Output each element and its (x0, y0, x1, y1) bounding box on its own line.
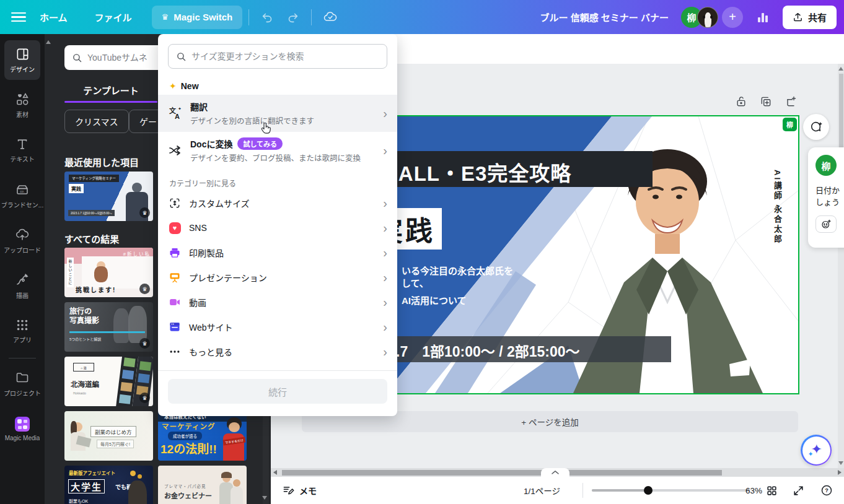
sidebar-item-elements[interactable]: 素材 (0, 84, 45, 126)
tab-templates[interactable]: テンプレート (64, 77, 157, 102)
canvas-body-text[interactable]: いる今注目の永合太郎氏を して、 AI活用について (402, 265, 513, 307)
chevron-right-icon: › (383, 271, 387, 284)
pro-crown-badge: ♛ (139, 284, 150, 294)
analytics-icon[interactable] (750, 6, 775, 29)
canvas-title-text[interactable]: DALL・E3完全攻略 (383, 157, 571, 187)
scroll-right-arrow[interactable] (838, 470, 842, 475)
add-reaction-button[interactable] (815, 215, 837, 233)
magic-switch-button[interactable]: ♛ Magic Switch (152, 6, 243, 29)
zoom-level[interactable]: 63% (725, 477, 762, 504)
chevron-right-icon: › (383, 345, 387, 358)
lock-icon[interactable] (734, 94, 749, 109)
divider (311, 9, 312, 25)
scroll-left-arrow[interactable] (273, 470, 277, 475)
upload-cloud-icon (15, 227, 30, 242)
add-page-icon[interactable] (783, 94, 798, 109)
chevron-right-icon: › (383, 321, 387, 333)
magic-assistant-button[interactable]: ✦ ✦ (801, 435, 832, 466)
template-thumb[interactable]: 本当は教えたくない マーケティング 成功者が語る 12の法則!! マネするだけ (158, 411, 247, 461)
category-website[interactable]: Webサイト › (168, 315, 387, 339)
add-member-button[interactable]: + (722, 7, 743, 28)
design-icon (15, 47, 30, 61)
sparkle-icon: ✦ (808, 450, 814, 458)
sidebar-item-brand[interactable]: co. ブランドセン... (0, 175, 45, 217)
canva-editor: { "topbar": { "home": "ホーム", "file": "ファ… (0, 0, 844, 504)
avatar-dog[interactable] (697, 7, 718, 28)
page-indicator[interactable]: 1/1ページ (524, 477, 560, 504)
search-icon (176, 51, 187, 62)
top-bar-right: ブルー 信頼感 セミナー バナー 柳 + 共有 (540, 0, 837, 34)
sidebar-item-apps[interactable]: アプリ (0, 310, 45, 352)
add-comment-button[interactable] (803, 114, 829, 140)
category-more[interactable]: もっと見る › (168, 339, 387, 364)
share-button[interactable]: 共有 (783, 6, 837, 29)
new-section-label: ✦ New (169, 81, 387, 91)
menu-icon[interactable] (11, 12, 26, 22)
sidebar-item-draw[interactable]: 描画 (0, 265, 45, 307)
zoom-slider-knob[interactable] (644, 486, 653, 495)
divider (248, 9, 249, 25)
printer-icon (169, 246, 181, 259)
folder-icon (15, 370, 30, 385)
menu-item-translate[interactable]: 文A✦ 翻訳 デザインを別の言語に翻訳できます › (158, 95, 397, 132)
magic-media-icon (15, 417, 30, 432)
try-it-badge: 試してみる (237, 137, 283, 150)
fullscreen-icon[interactable] (789, 477, 807, 504)
scroll-down-arrow[interactable] (838, 461, 843, 465)
sidebar-item-uploads[interactable]: アップロード (0, 220, 45, 262)
collapse-bottom-bar-tab[interactable] (541, 468, 569, 477)
resize-search-input[interactable] (191, 51, 379, 61)
recent-template-thumb[interactable]: マーケティング戦略セミナー 実践 2023.1.7 1部10:00〜/2部15:… (64, 172, 153, 221)
chevron-right-icon: › (383, 144, 387, 157)
sparkle-icon: ✦ (169, 81, 177, 91)
sidebar-item-magic-media[interactable]: Magic Media (0, 408, 45, 450)
sidebar-divider (9, 358, 36, 358)
redo-icon[interactable] (280, 6, 305, 29)
category-custom-size[interactable]: カスタムサイズ › (168, 191, 387, 215)
grid-view-icon[interactable] (762, 477, 781, 504)
template-thumb[interactable]: 副業のはじめ方 毎月5万円稼ぐ! (64, 411, 153, 461)
sidebar-item-projects[interactable]: プロジェクト (0, 363, 45, 405)
sidebar-item-design[interactable]: デザイン (0, 39, 45, 81)
comment-thread-card[interactable]: 柳 日付か しょう (808, 147, 844, 248)
chevron-right-icon: › (383, 246, 387, 259)
template-thumb[interactable]: 最新版アフェリエイト 大学生 でも稼ぐ 副業もOK 10 (64, 466, 153, 504)
shapes-icon (15, 92, 30, 106)
bottom-bar: メモ 1/1ページ 63% ? (271, 477, 844, 504)
scroll-up-arrow[interactable] (838, 67, 843, 71)
recent-heading: 最近使用した項目 (64, 155, 139, 168)
sidebar-item-text[interactable]: テキスト (0, 129, 45, 172)
translate-icon: 文A✦ (168, 106, 183, 121)
canvas-instructor-text[interactable]: AI講師 永合太郎 (771, 170, 783, 245)
nav-home[interactable]: ホーム (26, 11, 81, 24)
pro-crown-badge: ♛ (139, 393, 150, 403)
menu-item-convert-to-doc[interactable]: Docに変換試してみる デザインを要約、ブログ投稿、または歌詞に変換 › (158, 132, 397, 169)
category-presentation[interactable]: プレゼンテーション › (168, 265, 387, 290)
divider (582, 483, 583, 498)
undo-icon[interactable] (255, 6, 280, 29)
template-thumb[interactable]: プレママ・パパ必見 お金ウェビナー (158, 466, 247, 504)
nav-file[interactable]: ファイル (81, 11, 146, 24)
template-thumb[interactable]: 旅行の 写真撮影 5つのヒントと解説 ♛ (64, 302, 153, 352)
notes-button[interactable]: メモ (282, 477, 317, 504)
panel-scroll-down-arrow[interactable] (262, 496, 267, 500)
upload-icon (793, 12, 803, 22)
emoji-plus-icon (820, 219, 832, 230)
category-sns[interactable]: ♥ SNS › (168, 215, 387, 240)
magic-switch-dropdown: ✦ New 文A✦ 翻訳 デザインを別の言語に翻訳できます › Docに変換試し… (158, 34, 397, 416)
canvas-schedule-text[interactable]: .7 1部10:00〜 / 2部15:00〜 (396, 340, 580, 361)
template-thumb[interactable]: #新しい私 新しいことに 挑戦します! ♛ (64, 248, 153, 297)
duplicate-page-icon[interactable] (758, 94, 773, 109)
cursor-pointer (258, 121, 273, 138)
help-icon[interactable]: ? (817, 477, 836, 504)
scrollbar-thumb[interactable] (282, 470, 722, 476)
document-title[interactable]: ブルー 信頼感 セミナー バナー (540, 11, 669, 24)
chip-christmas[interactable]: クリスマス (64, 110, 129, 133)
resize-search-box[interactable] (168, 44, 387, 69)
category-print[interactable]: 印刷製品 › (168, 240, 387, 265)
sidebar-scroll-up-arrow[interactable] (46, 40, 51, 44)
vertical-scrollbar[interactable] (838, 64, 844, 468)
template-thumb[interactable]: ⌂ 旅 北海道編 Hokkaido ♛ (64, 357, 153, 406)
category-video[interactable]: 動画 › (168, 290, 387, 315)
continue-button[interactable]: 続行 (168, 379, 387, 404)
